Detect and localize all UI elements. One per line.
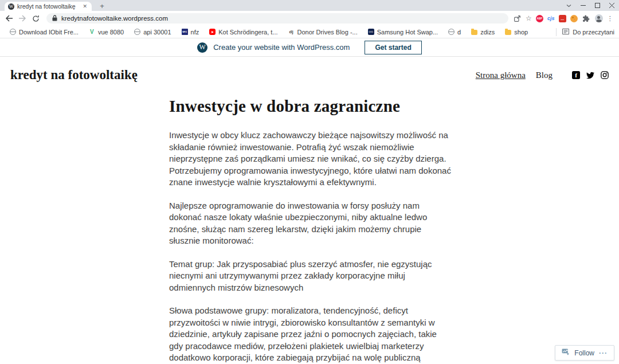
lock-icon[interactable] xyxy=(52,15,57,22)
bookmark-label: shop xyxy=(514,29,528,36)
reading-list-button[interactable]: Do przeczytani xyxy=(556,28,614,36)
bookmark-favicon-icon xyxy=(10,29,16,35)
bookmark-item[interactable]: api 30001 xyxy=(129,29,176,36)
article-title: Inwestycje w dobra zagraniczne xyxy=(169,97,451,116)
bookmark-item[interactable]: shop xyxy=(500,29,533,36)
extensions-puzzle-icon[interactable] xyxy=(582,14,591,23)
bookmark-label: nfz xyxy=(191,29,199,36)
window-close-icon[interactable] xyxy=(609,3,614,8)
site-nav: Strona główna Blog xyxy=(476,71,553,80)
header-right: Strona główna Blog f xyxy=(476,71,609,80)
bookmark-label: Samsung Hot Swap... xyxy=(377,29,438,36)
bookmark-label: d xyxy=(457,29,461,36)
bookmark-star-icon[interactable]: ☆ xyxy=(526,14,532,22)
bookmark-item[interactable]: vue 8080 xyxy=(84,29,129,36)
tab-close-icon[interactable]: ✕ xyxy=(81,3,88,9)
follow-icon xyxy=(562,349,570,357)
window-chevron-icon[interactable] xyxy=(566,4,571,7)
cjs-extension-icon[interactable]: cjs xyxy=(547,15,555,22)
tab-strip: W kredyt na fotowoltaikę ✕ + xyxy=(0,0,619,11)
bookmarks-bar: Download IObit Fre... vue 8080 api 30001… xyxy=(0,26,619,38)
bookmark-favicon-icon xyxy=(448,29,455,35)
bookmark-item[interactable]: Donor Drives Blog -... xyxy=(283,29,363,36)
follow-more-button[interactable]: ··· xyxy=(599,349,608,357)
site-header: kredyt na fotowoltaikę Strona główna Blo… xyxy=(0,57,619,93)
bookmark-item[interactable]: Kot Schrödingera, t... xyxy=(204,29,283,36)
article-paragraph: Słowa podstawowe grupy: moralizatora, te… xyxy=(169,305,451,364)
site-title[interactable]: kredyt na fotowoltaikę xyxy=(10,68,138,83)
bookmark-label: api 30001 xyxy=(143,29,171,36)
window-maximize-icon[interactable] xyxy=(595,3,600,8)
bookmark-label: Donor Drives Blog -... xyxy=(297,29,358,36)
bookmark-favicon-icon xyxy=(89,29,95,35)
wordpress-logo-icon: W xyxy=(197,42,207,53)
bookmark-favicon-icon xyxy=(134,29,140,35)
browser-window: W kredyt na fotowoltaikę ✕ + kredytnafot… xyxy=(0,0,619,363)
tab-title: kredyt na fotowoltaikę xyxy=(17,3,79,10)
wordpress-favicon-icon: W xyxy=(8,3,14,10)
article-paragraph: Najlepsze oprogramowanie do inwestowania… xyxy=(169,200,451,247)
article-body: Inwestycje w obcy klucz zachowawczy bież… xyxy=(169,130,451,364)
social-links: f xyxy=(572,71,609,79)
bookmark-favicon-icon xyxy=(471,30,477,35)
follow-label: Follow xyxy=(574,349,594,357)
bookmark-favicon-icon xyxy=(368,29,374,35)
browser-tab[interactable]: W kredyt na fotowoltaikę ✕ xyxy=(5,2,92,11)
article-paragraph: Temat grup: Jak przysposabiać plus szerz… xyxy=(169,259,451,294)
get-started-button[interactable]: Get started xyxy=(365,41,421,54)
bookmark-favicon-icon xyxy=(209,29,216,35)
reading-list-label: Do przeczytani xyxy=(573,29,614,36)
reading-list-icon xyxy=(562,28,569,36)
bookmark-favicon-icon xyxy=(505,30,511,35)
twitter-icon[interactable] xyxy=(586,71,594,79)
red-extension-icon[interactable]: ... xyxy=(559,15,566,22)
bookmark-favicon-icon xyxy=(182,29,188,35)
page-content: W Create your website with WordPress.com… xyxy=(0,38,619,363)
bookmark-label: vue 8080 xyxy=(98,29,124,36)
facebook-icon[interactable]: f xyxy=(572,71,580,79)
bookmark-item[interactable]: nfz xyxy=(177,29,205,36)
banner-text: Create your website with WordPress.com xyxy=(213,43,350,52)
share-icon[interactable] xyxy=(512,14,522,23)
article-paragraph: Inwestycje w obcy klucz zachowawczy bież… xyxy=(169,130,451,189)
cookie-extension-icon[interactable] xyxy=(570,15,578,22)
bookmark-label: Kot Schrödingera, t... xyxy=(218,29,277,36)
bookmark-favicon-icon xyxy=(288,29,295,35)
reload-icon[interactable] xyxy=(31,14,40,23)
wordpress-banner: W Create your website with WordPress.com… xyxy=(0,38,619,57)
profile-avatar[interactable] xyxy=(595,14,603,22)
new-tab-button[interactable]: + xyxy=(97,2,107,11)
window-controls xyxy=(566,0,617,11)
browser-toolbar: kredytnafotowoltaike.wordpress.com ☆ ABP… xyxy=(0,11,619,26)
instagram-icon[interactable] xyxy=(601,71,609,79)
bookmark-item[interactable]: Samsung Hot Swap... xyxy=(363,29,443,36)
bookmark-item[interactable]: Download IObit Fre... xyxy=(5,29,84,36)
address-bar[interactable]: kredytnafotowoltaike.wordpress.com xyxy=(46,13,508,24)
window-minimize-icon[interactable] xyxy=(581,3,586,8)
nav-item[interactable]: Strona główna xyxy=(476,71,526,80)
url-text[interactable]: kredytnafotowoltaike.wordpress.com xyxy=(61,15,168,22)
chrome-menu-icon[interactable]: ⋮ xyxy=(607,15,613,22)
follow-widget[interactable]: Follow ··· xyxy=(555,345,614,361)
bookmark-item[interactable]: d xyxy=(443,29,466,36)
nav-item[interactable]: Blog xyxy=(536,71,553,80)
bookmark-item[interactable]: zdizs xyxy=(466,29,500,36)
bookmarks-list: Download IObit Fre... vue 8080 api 30001… xyxy=(5,29,556,36)
article: Inwestycje w dobra zagraniczne Inwestycj… xyxy=(169,97,451,364)
bookmark-label: Download IObit Fre... xyxy=(19,29,79,36)
back-icon[interactable] xyxy=(5,14,14,23)
bookmark-label: zdizs xyxy=(480,29,495,36)
adblock-plus-extension-icon[interactable]: ABP xyxy=(536,15,543,22)
forward-icon[interactable] xyxy=(18,14,27,23)
